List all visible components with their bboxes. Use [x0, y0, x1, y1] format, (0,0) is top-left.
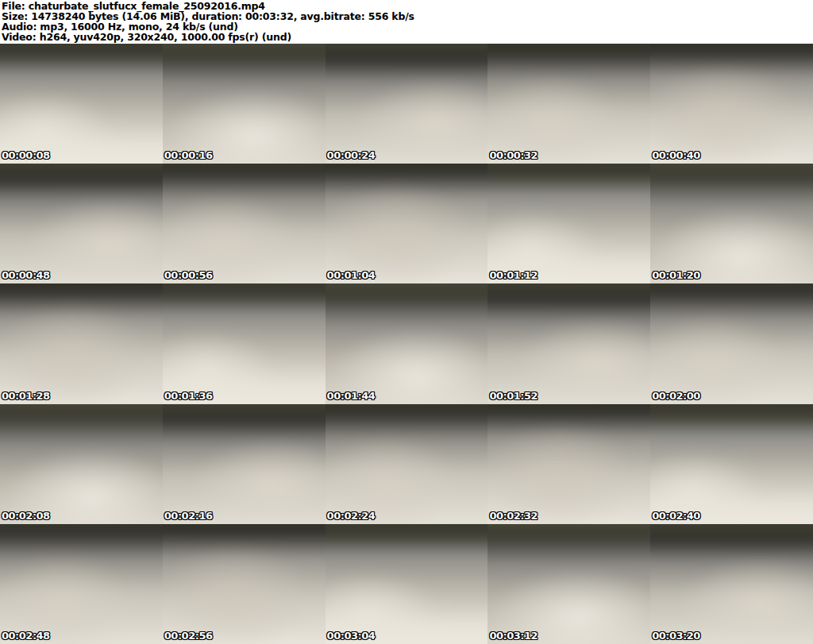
video-thumbnail: 00:03:20: [650, 524, 813, 644]
thumbnail-placeholder-image: [487, 283, 650, 403]
thumbnail-placeholder-image: [487, 404, 650, 524]
timestamp-overlay: 00:00:40: [652, 149, 700, 161]
video-thumbnail: 00:00:32: [487, 44, 650, 164]
thumbnail-placeholder-image: [163, 524, 326, 644]
thumbnail-placeholder-image: [487, 524, 650, 644]
video-contact-sheet: File: chaturbate_slutfucx_female_2509201…: [0, 0, 813, 644]
timestamp-overlay: 00:00:08: [2, 149, 50, 161]
thumbnail-placeholder-image: [487, 164, 650, 283]
video-thumbnail: 00:00:08: [0, 44, 163, 164]
thumbnail-placeholder-image: [487, 44, 650, 164]
thumbnail-placeholder-image: [326, 524, 488, 644]
thumbnail-placeholder-image: [163, 283, 326, 403]
video-thumbnail: 00:00:56: [163, 164, 326, 283]
thumbnail-placeholder-image: [326, 164, 488, 283]
video-thumbnail: 00:01:52: [487, 283, 650, 403]
timestamp-overlay: 00:00:56: [164, 269, 213, 281]
video-thumbnail: 00:02:00: [650, 283, 813, 403]
video-thumbnail: 00:03:12: [487, 524, 650, 644]
timestamp-overlay: 00:02:40: [652, 510, 700, 522]
timestamp-overlay: 00:01:36: [164, 390, 213, 402]
timestamp-overlay: 00:03:12: [489, 630, 538, 642]
timestamp-overlay: 00:00:32: [489, 149, 538, 161]
timestamp-overlay: 00:00:48: [2, 269, 50, 281]
video-thumbnail: 00:00:48: [0, 164, 163, 283]
thumbnail-placeholder-image: [650, 404, 813, 524]
thumbnail-placeholder-image: [0, 164, 163, 283]
video-thumbnail: 00:02:56: [163, 524, 326, 644]
video-thumbnail: 00:02:40: [650, 404, 813, 524]
video-thumbnail: 00:02:24: [326, 404, 488, 524]
file-info-header: File: chaturbate_slutfucx_female_2509201…: [0, 0, 813, 44]
thumbnail-placeholder-image: [0, 404, 163, 524]
video-thumbnail: 00:01:12: [487, 164, 650, 283]
thumbnail-placeholder-image: [650, 164, 813, 283]
video-thumbnail: 00:03:04: [326, 524, 488, 644]
timestamp-overlay: 00:02:16: [164, 510, 213, 522]
thumbnail-placeholder-image: [0, 524, 163, 644]
thumbnail-placeholder-image: [163, 44, 326, 164]
video-thumbnail: 00:01:04: [326, 164, 488, 283]
timestamp-overlay: 00:01:28: [2, 390, 50, 402]
timestamp-overlay: 00:02:32: [489, 510, 538, 522]
thumbnail-placeholder-image: [650, 524, 813, 644]
video-thumbnail: 00:00:24: [326, 44, 488, 164]
timestamp-overlay: 00:00:16: [164, 149, 213, 161]
thumbnail-placeholder-image: [0, 44, 163, 164]
thumbnail-placeholder-image: [163, 404, 326, 524]
video-thumbnail: 00:01:20: [650, 164, 813, 283]
video-thumbnail: 00:00:16: [163, 44, 326, 164]
thumbnail-placeholder-image: [163, 164, 326, 283]
thumbnail-placeholder-image: [326, 283, 488, 403]
timestamp-overlay: 00:02:56: [164, 630, 213, 642]
thumbnail-placeholder-image: [326, 44, 488, 164]
timestamp-overlay: 00:01:12: [489, 269, 538, 281]
thumbnail-placeholder-image: [650, 283, 813, 403]
video-thumbnail: 00:02:48: [0, 524, 163, 644]
timestamp-overlay: 00:01:20: [652, 269, 700, 281]
video-thumbnail: 00:01:36: [163, 283, 326, 403]
timestamp-overlay: 00:01:52: [489, 390, 538, 402]
video-thumbnail: 00:01:44: [326, 283, 488, 403]
video-thumbnail: 00:01:28: [0, 283, 163, 403]
thumbnail-placeholder-image: [650, 44, 813, 164]
timestamp-overlay: 00:01:44: [327, 390, 376, 402]
thumbnail-placeholder-image: [326, 404, 488, 524]
video-thumbnail: 00:00:40: [650, 44, 813, 164]
video-thumbnail: 00:02:16: [163, 404, 326, 524]
timestamp-overlay: 00:01:04: [327, 269, 376, 281]
timestamp-overlay: 00:02:24: [327, 510, 376, 522]
thumbnail-placeholder-image: [0, 283, 163, 403]
timestamp-overlay: 00:00:24: [327, 149, 376, 161]
thumbnail-grid: 00:00:0800:00:1600:00:2400:00:3200:00:40…: [0, 44, 813, 644]
timestamp-overlay: 00:03:20: [652, 630, 700, 642]
video-thumbnail: 00:02:08: [0, 404, 163, 524]
file-info-line-video: Video: h264, yuv420p, 320x240, 1000.00 f…: [2, 32, 813, 42]
timestamp-overlay: 00:02:48: [2, 630, 50, 642]
timestamp-overlay: 00:02:08: [2, 510, 50, 522]
video-thumbnail: 00:02:32: [487, 404, 650, 524]
timestamp-overlay: 00:03:04: [327, 630, 376, 642]
timestamp-overlay: 00:02:00: [652, 390, 700, 402]
